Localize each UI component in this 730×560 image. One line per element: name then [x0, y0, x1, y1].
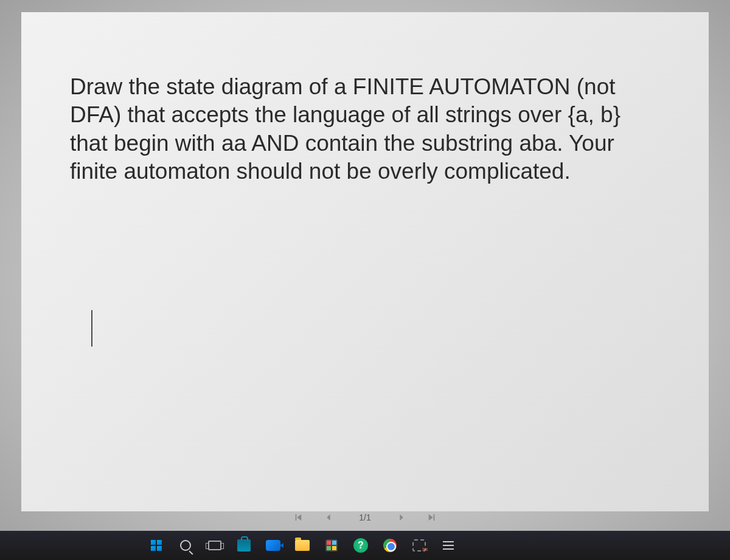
last-page-button[interactable] — [426, 511, 438, 524]
store-icon — [237, 539, 251, 551]
start-button[interactable] — [142, 533, 170, 558]
camera-app-button[interactable] — [259, 533, 287, 558]
windows-logo-icon — [151, 540, 162, 551]
taskbar-items: ? — [142, 533, 462, 558]
chrome-icon — [383, 539, 397, 552]
camera-icon — [266, 540, 280, 551]
folder-icon — [295, 540, 310, 551]
windows-taskbar: ? — [0, 531, 730, 560]
help-button[interactable]: ? — [347, 533, 375, 558]
task-view-icon — [208, 541, 221, 550]
apps-grid-button[interactable] — [318, 533, 346, 558]
scissors-icon — [412, 539, 426, 551]
microsoft-store-button[interactable] — [230, 533, 258, 558]
help-icon: ? — [353, 538, 368, 553]
snipping-tool-button[interactable] — [405, 533, 433, 558]
hamburger-icon — [443, 541, 454, 550]
skip-previous-icon — [294, 513, 302, 522]
first-page-button[interactable] — [292, 511, 304, 524]
file-explorer-button[interactable] — [288, 533, 316, 558]
grid-icon — [325, 539, 338, 551]
page-indicator: 1/1 — [353, 513, 377, 522]
chrome-button[interactable] — [376, 533, 404, 558]
chevron-left-icon — [324, 513, 333, 522]
question-text: Draw the state diagram of a FINITE AUTOM… — [70, 73, 654, 185]
task-view-button[interactable] — [201, 533, 229, 558]
document-viewer: Draw the state diagram of a FINITE AUTOM… — [21, 12, 709, 511]
menu-button[interactable] — [434, 533, 462, 558]
search-icon — [180, 540, 191, 551]
chevron-right-icon — [397, 513, 406, 522]
next-page-button[interactable] — [395, 511, 408, 524]
search-button[interactable] — [172, 533, 200, 558]
pagination-bar: 1/1 — [0, 506, 730, 528]
text-cursor — [91, 310, 92, 347]
previous-page-button[interactable] — [322, 511, 335, 524]
skip-next-icon — [428, 513, 436, 522]
